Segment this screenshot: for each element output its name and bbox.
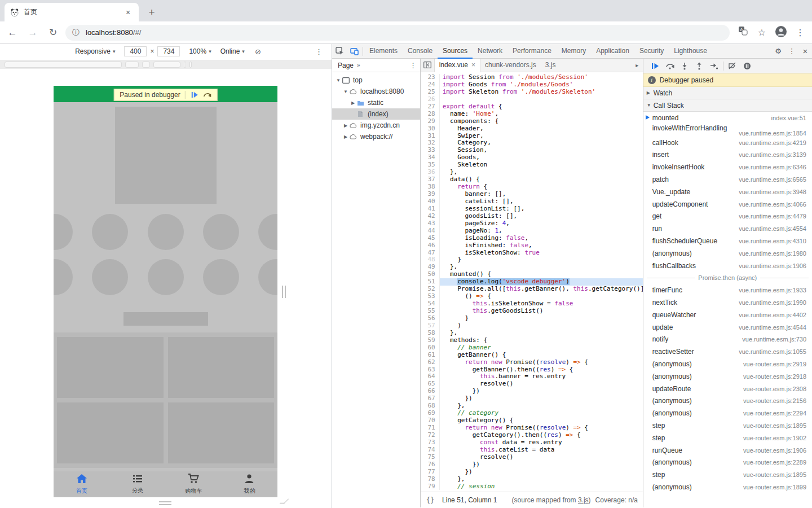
call-stack-frame[interactable]: mountedindex.vue:51 — [643, 112, 812, 124]
tree-expander-icon[interactable]: ▶ — [343, 134, 348, 139]
resume-script-icon[interactable] — [191, 91, 198, 98]
line-number[interactable]: 24 — [421, 81, 440, 89]
line-number[interactable]: 78 — [421, 476, 440, 483]
device-resize-handle-right[interactable] — [282, 286, 286, 298]
device-toolbar-kebab-icon[interactable]: ⋮ — [315, 47, 323, 56]
devtools-kebab-icon[interactable]: ⋮ — [785, 44, 798, 58]
line-number[interactable]: 56 — [421, 315, 440, 322]
devtools-tab-network[interactable]: Network — [473, 44, 508, 59]
line-number[interactable]: 76 — [421, 461, 440, 468]
forward-button[interactable]: → — [25, 25, 41, 41]
editor-tab-index-vue[interactable]: index.vue× — [434, 59, 480, 72]
tree-expander-icon[interactable]: ▶ — [343, 123, 348, 128]
call-stack-frame[interactable]: Vue._updatevue.runtime.esm.js:3948 — [643, 186, 812, 198]
device-zoom-select[interactable]: 100%▾ — [189, 47, 211, 55]
line-number[interactable]: 75 — [421, 454, 440, 461]
step-out-icon[interactable] — [692, 59, 707, 73]
back-button[interactable]: ← — [5, 25, 20, 41]
tree-item--index-[interactable]: (index) — [332, 108, 420, 120]
inspect-element-icon[interactable] — [332, 44, 347, 58]
devtools-tab-lighthouse[interactable]: Lighthouse — [669, 44, 712, 59]
tree-item-localhost-8080[interactable]: ▼localhost:8080 — [332, 86, 420, 97]
line-number[interactable]: 27 — [421, 103, 440, 111]
devtools-tab-security[interactable]: Security — [634, 44, 669, 59]
line-number[interactable]: 72 — [421, 432, 440, 439]
tree-item-webpack-[interactable]: ▶webpack:// — [332, 131, 420, 142]
call-stack-frame[interactable]: (anonymous)vue-router.esm.js:2289 — [643, 457, 812, 469]
line-number[interactable]: 39 — [421, 191, 440, 198]
pretty-print-icon[interactable]: {} — [426, 496, 434, 504]
editor-tab-chunk-vendors-js[interactable]: chunk-vendors.js — [480, 59, 541, 72]
devtools-tab-elements[interactable]: Elements — [364, 44, 403, 59]
call-stack-frame[interactable]: runvue.runtime.esm.js:4554 — [643, 222, 812, 235]
watch-section-header[interactable]: ▶ Watch — [643, 87, 812, 99]
call-stack-frame[interactable]: (anonymous)vue-router.esm.js:2919 — [643, 358, 812, 370]
call-stack-frame[interactable]: stepvue-router.esm.js:1902 — [643, 432, 812, 444]
device-resize-handle-bottom[interactable] — [159, 501, 171, 505]
line-number[interactable]: 46 — [421, 242, 440, 249]
resume-script-icon[interactable] — [648, 59, 663, 73]
step-over-icon[interactable] — [203, 91, 211, 98]
call-stack-frame[interactable]: getvue.runtime.esm.js:4479 — [643, 211, 812, 223]
line-number[interactable]: 60 — [421, 344, 440, 352]
line-number[interactable]: 45 — [421, 235, 440, 242]
tabbar-item-cart[interactable]: 购物车 — [166, 471, 222, 497]
address-bar[interactable]: ⓘ localhost:8080 /#/ — [65, 25, 730, 41]
devtools-tab-application[interactable]: Application — [591, 44, 634, 59]
call-stack-frame[interactable]: callHookvue.runtime.esm.js:4219 — [643, 137, 812, 149]
call-stack-frame[interactable]: queueWatchervue.runtime.esm.js:4402 — [643, 309, 812, 321]
more-tabs-icon[interactable]: » — [357, 62, 360, 68]
call-stack-frame[interactable]: invokeInsertHookvue.runtime.esm.js:6346 — [643, 161, 812, 173]
call-stack-frame[interactable]: updatevue.runtime.esm.js:4544 — [643, 321, 812, 334]
call-stack-section-header[interactable]: ▼ Call Stack — [643, 99, 812, 112]
devtools-tab-sources[interactable]: Sources — [438, 44, 473, 59]
call-stack-frame[interactable]: (anonymous)vue-router.esm.js:2294 — [643, 407, 812, 419]
toggle-device-toolbar-icon[interactable] — [347, 44, 361, 58]
browser-menu-kebab-icon[interactable]: ⋮ — [793, 25, 807, 40]
call-stack-frame[interactable]: (anonymous)vue-router.esm.js:2918 — [643, 370, 812, 383]
line-number[interactable]: 44 — [421, 227, 440, 235]
toggle-navigator-panel-icon[interactable] — [421, 60, 434, 71]
call-stack-frame[interactable]: stepvue-router.esm.js:1895 — [643, 419, 812, 432]
call-stack-frame[interactable]: patchvue.runtime.esm.js:6565 — [643, 173, 812, 186]
device-height-input[interactable]: 734 — [157, 46, 180, 56]
line-number[interactable]: 62 — [421, 359, 440, 366]
line-number[interactable]: 79 — [421, 483, 440, 491]
line-number[interactable]: 77 — [421, 468, 440, 476]
device-network-select[interactable]: Online▾ — [220, 47, 245, 55]
tabbar-item-user[interactable]: 我的 — [222, 471, 277, 497]
browser-tab[interactable]: 首页 × — [5, 3, 139, 21]
tab-close-icon[interactable]: × — [123, 8, 133, 17]
call-stack-frame[interactable]: insertvue.runtime.esm.js:3139 — [643, 149, 812, 161]
tree-expander-icon[interactable]: ▼ — [343, 89, 348, 94]
pause-on-exceptions-icon[interactable] — [740, 59, 754, 73]
step-over-icon[interactable] — [663, 59, 677, 73]
devtools-settings-gear-icon[interactable]: ⚙ — [771, 44, 785, 58]
line-number[interactable]: 26 — [421, 96, 440, 103]
line-number[interactable]: 57 — [421, 322, 440, 330]
device-mode-select[interactable]: Responsive▾ — [75, 47, 115, 55]
editor-tab-overflow-icon[interactable]: ▸ — [632, 62, 643, 68]
call-stack-frame[interactable]: flushSchedulerQueuevue.runtime.esm.js:43… — [643, 235, 812, 247]
translate-icon[interactable]: A — [735, 25, 750, 40]
navigator-kebab-icon[interactable]: ⋮ — [410, 62, 417, 69]
line-number[interactable]: 25 — [421, 89, 440, 96]
step-into-icon[interactable] — [677, 59, 692, 73]
call-stack-frame[interactable]: flushCallbacksvue.runtime.esm.js:1906 — [643, 260, 812, 272]
devtools-tab-console[interactable]: Console — [403, 44, 438, 59]
line-number[interactable]: 41 — [421, 205, 440, 213]
tree-expander-icon[interactable]: ▼ — [336, 78, 341, 83]
line-number[interactable]: 23 — [421, 74, 440, 81]
line-number[interactable]: 71 — [421, 424, 440, 432]
call-stack-frame[interactable]: (anonymous)vue.runtime.esm.js:1980 — [643, 247, 812, 260]
tree-item-img-yzcdn-cn[interactable]: ▶img.yzcdn.cn — [332, 120, 420, 131]
line-number[interactable]: 29 — [421, 118, 440, 125]
new-tab-button[interactable]: + — [144, 5, 159, 20]
deactivate-breakpoints-icon[interactable] — [725, 59, 740, 73]
editor-tab-3-js[interactable]: 3.js — [541, 59, 561, 72]
call-stack-frame[interactable]: notifyvue.runtime.esm.js:730 — [643, 334, 812, 346]
profile-avatar[interactable] — [774, 25, 788, 40]
step-icon[interactable] — [707, 59, 721, 73]
tabbar-item-home[interactable]: 首页 — [54, 471, 109, 497]
device-resize-handle-corner[interactable] — [280, 499, 289, 503]
